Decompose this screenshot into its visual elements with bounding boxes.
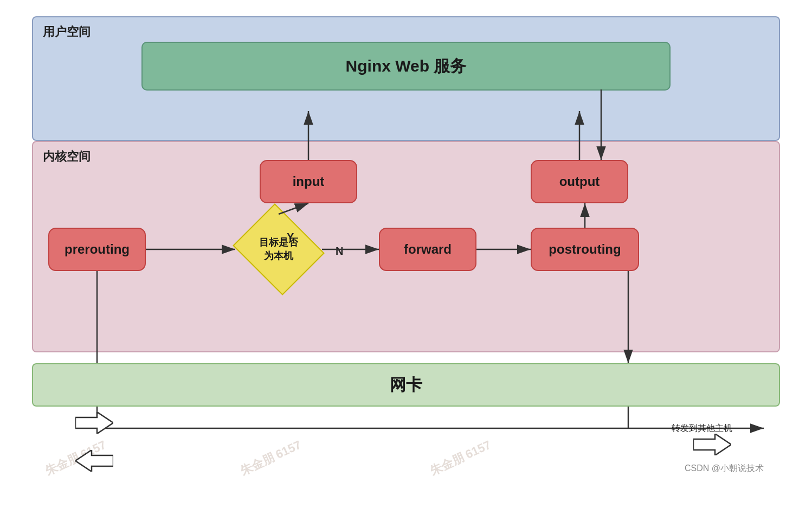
nginx-box-label: Nginx Web 服务 (346, 55, 467, 78)
svg-marker-17 (75, 450, 113, 472)
diamond-label: 目标是否为本机 (259, 236, 298, 263)
svg-marker-16 (75, 412, 113, 434)
kernel-space-label: 内核空间 (43, 149, 91, 165)
watermark-14: 朱金朋 6157 (427, 437, 493, 479)
forward-label: 转发到其他主机 (672, 423, 732, 434)
outbound-arrow-left (75, 450, 113, 474)
diagram-container: 朱金朋 6157 朱金朋 6157 朱金朋 6157 朱金朋 6157 朱金朋 … (32, 16, 780, 488)
user-space-area: 用户空间 Nginx Web 服务 (32, 16, 780, 141)
arrow-label-n: N (336, 245, 343, 258)
diamond-decision: 目标是否为本机 (235, 214, 322, 285)
node-postrouting: postrouting (531, 228, 639, 271)
outbound-arrow-right (693, 434, 731, 458)
node-forward: forward (379, 228, 476, 271)
network-card-label: 网卡 (390, 374, 422, 396)
node-prerouting: prerouting (48, 228, 146, 271)
network-card-area: 网卡 (32, 363, 780, 407)
node-output: output (531, 160, 628, 203)
user-space-label: 用户空间 (43, 24, 91, 40)
nginx-box: Nginx Web 服务 (141, 42, 671, 91)
csdn-attribution: CSDN @小朝说技术 (685, 463, 764, 474)
svg-marker-18 (693, 434, 731, 455)
watermark-13: 朱金朋 6157 (237, 437, 304, 479)
node-input: input (260, 160, 357, 203)
inbound-arrow (75, 412, 113, 436)
